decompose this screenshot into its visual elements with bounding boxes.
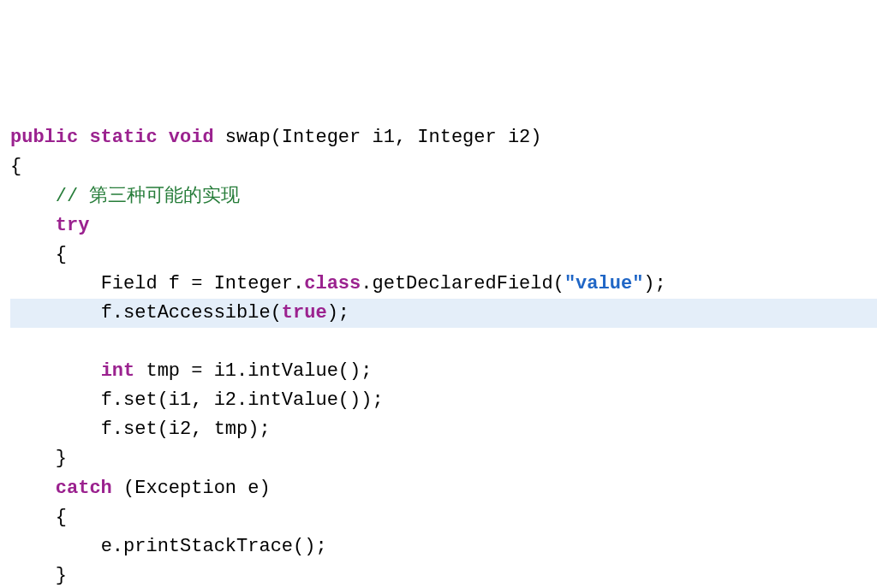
code-token: } xyxy=(56,448,67,469)
code-token: ); xyxy=(643,273,665,294)
indent xyxy=(10,536,101,557)
code-line: { xyxy=(10,152,877,181)
code-token: true xyxy=(282,302,327,324)
code-token: tmp = i1.intValue(); xyxy=(134,360,372,382)
code-line xyxy=(10,328,877,357)
code-token: Field f = Integer. xyxy=(101,273,305,294)
code-token: { xyxy=(56,244,67,265)
code-token: try xyxy=(56,215,90,236)
code-token: int xyxy=(101,360,135,382)
code-token: f.setAccessible( xyxy=(101,302,282,324)
indent xyxy=(10,244,56,265)
code-line: int tmp = i1.intValue(); xyxy=(10,357,877,386)
code-line: // 第三种可能的实现 xyxy=(10,182,877,211)
code-line: f.set(i1, i2.intValue()); xyxy=(10,386,877,415)
code-line: f.setAccessible(true); xyxy=(10,299,877,328)
code-token: ); xyxy=(327,302,349,324)
code-line: { xyxy=(10,241,877,270)
code-token: e.printStackTrace(); xyxy=(101,536,327,557)
code-token: class xyxy=(304,273,361,294)
indent xyxy=(10,215,56,236)
indent xyxy=(10,360,101,382)
code-line: Field f = Integer.class.getDeclaredField… xyxy=(10,270,877,299)
indent xyxy=(10,419,101,440)
code-line: try xyxy=(10,211,877,241)
indent xyxy=(10,507,56,528)
code-line: { xyxy=(10,503,877,532)
code-token: // 第三种可能的实现 xyxy=(56,186,241,207)
code-token: .getDeclaredField( xyxy=(361,273,564,294)
indent xyxy=(10,186,56,207)
code-line: } xyxy=(10,561,877,588)
code-token: catch xyxy=(56,478,112,499)
indent xyxy=(10,273,101,294)
code-token: } xyxy=(56,565,67,586)
code-token: f.set(i2, tmp); xyxy=(101,419,271,440)
code-token: { xyxy=(56,507,67,528)
code-token: f.set(i1, i2.intValue()); xyxy=(101,389,384,411)
code-token: public static void xyxy=(10,127,214,148)
code-line: f.set(i2, tmp); xyxy=(10,415,877,444)
code-token: "value" xyxy=(564,273,643,294)
indent xyxy=(10,448,56,469)
indent xyxy=(10,478,56,499)
code-line: e.printStackTrace(); xyxy=(10,532,877,561)
code-block: public static void swap(Integer i1, Inte… xyxy=(10,123,877,588)
code-line: } xyxy=(10,444,877,473)
indent xyxy=(10,565,56,586)
code-token: swap(Integer i1, Integer i2) xyxy=(214,127,542,148)
indent xyxy=(10,331,101,353)
code-token: { xyxy=(10,156,21,177)
indent xyxy=(10,302,101,324)
indent xyxy=(10,389,101,411)
code-line: public static void swap(Integer i1, Inte… xyxy=(10,123,877,152)
code-token: (Exception e) xyxy=(112,478,271,499)
code-line: catch (Exception e) xyxy=(10,474,877,503)
